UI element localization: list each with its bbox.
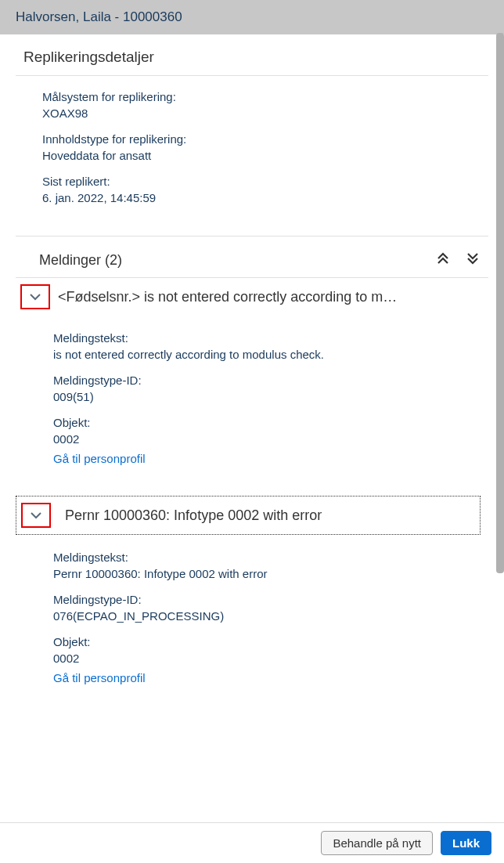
last-replicated-label: Sist replikert: <box>42 175 481 188</box>
collapse-all-icon[interactable] <box>435 251 451 269</box>
messages-title: Meldinger (2) <box>39 252 122 269</box>
content-type-value: Hoveddata for ansatt <box>42 149 481 162</box>
message-object-label: Objekt: <box>53 416 481 429</box>
target-system-value: XOAX98 <box>42 107 481 120</box>
page-title: Halvorsen, Laila - 10000360 <box>16 9 182 24</box>
chevron-down-icon <box>29 293 41 301</box>
message-type-id-value: 009(51) <box>53 390 481 403</box>
person-profile-link[interactable]: Gå til personprofil <box>53 671 146 684</box>
message-title: <Fødselsnr.> is not entered correctly ac… <box>58 289 481 305</box>
message-type-id-label: Meldingstype-ID: <box>53 593 481 606</box>
message-header-row[interactable]: <Fødselsnr.> is not entered correctly ac… <box>16 278 488 316</box>
message-object-value: 0002 <box>53 652 481 665</box>
content-type-label: Innholdstype for replikering: <box>42 132 481 146</box>
page-header: Halvorsen, Laila - 10000360 <box>0 0 504 34</box>
message-object-label: Objekt: <box>53 635 481 648</box>
message-body: Meldingstekst: Pernr 10000360: Infotype … <box>16 535 488 693</box>
expand-toggle[interactable] <box>20 284 50 309</box>
message-text-label: Meldingstekst: <box>53 331 481 345</box>
message-text-label: Meldingstekst: <box>53 551 481 564</box>
message-title: Pernr 10000360: Infotype 0002 with error <box>59 507 472 524</box>
last-replicated-value: 6. jan. 2022, 14:45:59 <box>42 191 481 204</box>
message-header-row[interactable]: Pernr 10000360: Infotype 0002 with error <box>16 496 481 535</box>
person-profile-link[interactable]: Gå til personprofil <box>53 452 146 465</box>
section-divider <box>16 236 488 237</box>
scrollbar[interactable] <box>496 33 504 573</box>
message-text-value: is not entered correctly according to mo… <box>53 348 481 361</box>
expand-all-icon[interactable] <box>465 251 481 269</box>
message-type-id-label: Meldingstype-ID: <box>53 374 481 387</box>
details-section-title: Replikeringsdetaljer <box>16 34 488 76</box>
target-system-label: Målsystem for replikering: <box>42 90 481 103</box>
message-object-value: 0002 <box>53 432 481 446</box>
chevron-down-icon <box>30 511 42 519</box>
messages-header: Meldinger (2) <box>16 241 488 278</box>
content-area: Replikeringsdetaljer Målsystem for repli… <box>0 34 504 693</box>
message-type-id-value: 076(ECPAO_IN_PROCESSING) <box>53 609 481 623</box>
message-body: Meldingstekst: is not entered correctly … <box>16 316 488 474</box>
collapse-expand-group <box>435 251 481 269</box>
footer-bar: Behandle på nytt Lukk <box>0 822 504 863</box>
close-button[interactable]: Lukk <box>441 831 491 855</box>
process-again-button[interactable]: Behandle på nytt <box>321 831 433 855</box>
details-block: Målsystem for replikering: XOAX98 Innhol… <box>16 76 488 231</box>
expand-toggle[interactable] <box>21 503 51 528</box>
message-text-value: Pernr 10000360: Infotype 0002 with error <box>53 567 481 580</box>
